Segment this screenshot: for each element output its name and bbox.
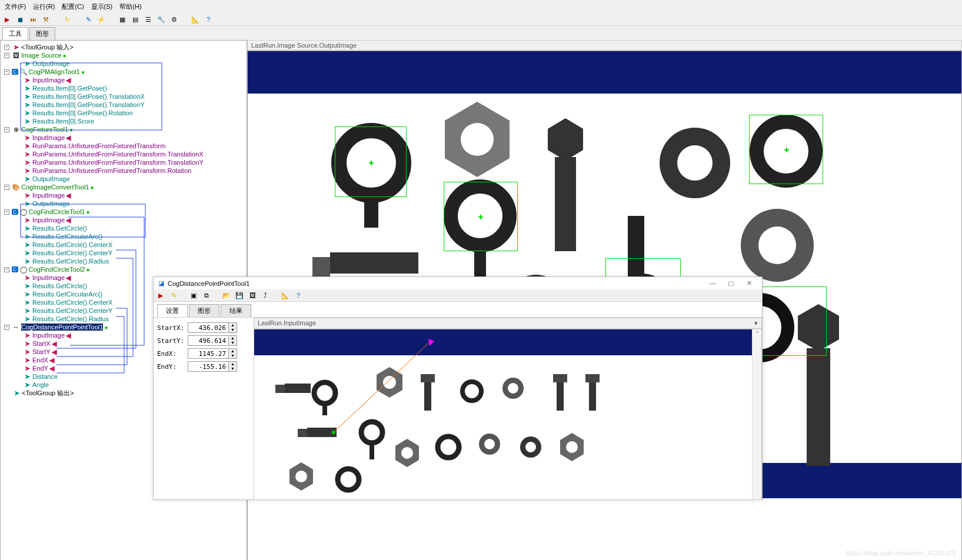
edit-icon[interactable]: ✎ <box>169 291 178 300</box>
endy-input[interactable] <box>188 362 228 371</box>
wand-icon[interactable]: ✎ <box>84 15 93 24</box>
tree-getcircle-r[interactable]: Results.GetCircle().Radius <box>32 258 109 265</box>
tree-starty[interactable]: StartY <box>32 348 51 355</box>
help-icon[interactable]: ? <box>294 291 303 300</box>
copy-icon[interactable]: ⧉ <box>202 291 211 300</box>
scroll-up-icon[interactable]: ˄ <box>754 331 760 338</box>
tree-getcircle-cy[interactable]: Results.GetCircle().CenterY <box>32 249 112 256</box>
ruler-icon[interactable]: 📐 <box>281 291 290 300</box>
tree-getcircle-cy[interactable]: Results.GetCircle().CenterY <box>32 307 112 314</box>
starty-input[interactable] <box>188 336 228 345</box>
tab-shapes[interactable]: 图形 <box>29 27 55 40</box>
spin-up-icon[interactable]: ▲ <box>229 349 237 354</box>
ruler-icon[interactable]: 📐 <box>191 15 200 24</box>
help-icon[interactable]: ? <box>204 15 213 24</box>
close-button[interactable]: ✕ <box>741 279 757 287</box>
tree-getcircle[interactable]: Results.GetCircle() <box>32 225 87 232</box>
tree-startx[interactable]: StartX <box>32 340 51 347</box>
menu-help[interactable]: 帮助(H) <box>117 1 144 12</box>
spin-down-icon[interactable]: ▼ <box>229 366 237 371</box>
tool-icon[interactable]: ⚒ <box>41 15 51 24</box>
spin-up-icon[interactable]: ▲ <box>229 323 237 328</box>
stop-icon[interactable]: ◼ <box>15 15 25 24</box>
tree-output-image[interactable]: OutputImage <box>32 175 70 182</box>
expander-icon[interactable]: − <box>4 267 9 272</box>
tree-input-image[interactable]: InputImage <box>32 216 65 224</box>
tree-getpose[interactable]: Results.Item[0].GetPose() <box>32 85 107 92</box>
tree-getpose-rot[interactable]: Results.Item[0].GetPose().Rotation <box>32 109 133 116</box>
image-icon[interactable]: 🖼 <box>248 291 257 300</box>
spin-down-icon[interactable]: ▼ <box>229 328 237 332</box>
wrench-icon[interactable]: 🔧 <box>157 15 166 24</box>
tree-image-source[interactable]: Image Source <box>21 52 61 59</box>
expander-icon[interactable]: − <box>4 45 9 50</box>
grid-icon[interactable]: ▤ <box>131 15 140 24</box>
spin-down-icon[interactable]: ▼ <box>229 354 237 358</box>
minimize-button[interactable]: — <box>704 279 721 286</box>
spin-down-icon[interactable]: ▼ <box>229 341 237 345</box>
menu-file[interactable]: 文件(F) <box>2 1 28 12</box>
tab-results[interactable]: 结果 <box>221 304 251 317</box>
tree-angle[interactable]: Angle <box>32 381 49 388</box>
tab-settings[interactable]: 设置 <box>157 304 188 317</box>
expander-icon[interactable]: − <box>4 209 9 215</box>
tree-endy[interactable]: EndY <box>32 365 48 372</box>
tree-getpose-tx[interactable]: Results.Item[0].GetPose().TranslationX <box>32 93 145 100</box>
startx-input[interactable] <box>188 323 228 332</box>
endx-input[interactable] <box>188 349 228 358</box>
tab-shapes[interactable]: 图形 <box>189 304 219 317</box>
tree-score[interactable]: Results.Item[0].Score <box>32 118 94 125</box>
expander-icon[interactable]: − <box>4 185 9 190</box>
window-icon[interactable]: ▣ <box>189 291 198 300</box>
open-icon[interactable]: 📂 <box>222 291 231 300</box>
flash-icon[interactable]: ⚡ <box>96 15 106 24</box>
tree-toolgroup-out[interactable]: <ToolGroup 输出> <box>22 389 74 398</box>
tree-getcirculararc[interactable]: Results.GetCircularArc() <box>32 233 102 240</box>
tree-fixture[interactable]: CogFixtureTool1 <box>21 126 68 133</box>
spin-up-icon[interactable]: ▲ <box>229 336 237 341</box>
tree-toolgroup-in[interactable]: <ToolGroup 输入> <box>21 43 74 52</box>
tree-convert[interactable]: CogImageConvertTool1 <box>21 184 89 191</box>
expander-icon[interactable]: − <box>4 325 9 330</box>
tree-pmalign[interactable]: CogPMAlignTool1 <box>29 68 80 75</box>
expander-icon[interactable]: − <box>4 53 9 58</box>
sub-window-titlebar[interactable]: ◪ CogDistancePointPointTool1 — ▢ ✕ <box>154 277 762 289</box>
tree-getpose-ty[interactable]: Results.Item[0].GetPose().TranslationY <box>32 101 145 108</box>
list-icon[interactable]: ☰ <box>144 15 153 24</box>
save-icon[interactable]: 💾 <box>235 291 244 300</box>
tree-input-image[interactable]: InputImage <box>32 76 65 84</box>
tree-runparams-ty[interactable]: RunParams.UnfixturedFromFixturedTransfor… <box>32 159 204 166</box>
tree-findcircle1[interactable]: CogFindCircleTool1 <box>29 208 85 215</box>
form-icon[interactable]: ▦ <box>118 15 127 24</box>
tree-getcircle-cx[interactable]: Results.GetCircle().CenterX <box>32 299 112 306</box>
tree-runparams-rot[interactable]: RunParams.UnfixturedFromFixturedTransfor… <box>32 167 191 174</box>
menu-config[interactable]: 配置(C) <box>59 1 86 12</box>
tree-output-image[interactable]: OutputImage <box>32 200 70 207</box>
tree-distance[interactable]: Distance <box>32 373 58 380</box>
run-icon[interactable]: ▶ <box>2 15 12 24</box>
tree-input-image[interactable]: InputImage <box>32 192 65 199</box>
tree-getcircle[interactable]: Results.GetCircle() <box>32 282 87 289</box>
step-icon[interactable]: ⏭ <box>28 15 38 24</box>
maximize-button[interactable]: ▢ <box>723 279 739 287</box>
tree-getcircle-r[interactable]: Results.GetCircle().Radius <box>32 315 109 322</box>
tree-getcirculararc[interactable]: Results.GetCircularArc() <box>32 291 102 298</box>
menu-run[interactable]: 运行(R) <box>31 1 57 12</box>
tree-output-image[interactable]: OutputImage <box>32 60 70 67</box>
spin-up-icon[interactable]: ▲ <box>229 362 237 366</box>
sub-image-area[interactable]: ˄ <box>254 329 762 500</box>
tab-tools[interactable]: 工具 <box>2 27 28 40</box>
tree-input-image[interactable]: InputImage <box>32 134 65 141</box>
run-icon[interactable]: ▶ <box>156 291 165 300</box>
tree-runparams[interactable]: RunParams.UnfixturedFromFixturedTransfor… <box>32 142 165 149</box>
tree-distance-tool[interactable]: CogDistancePointPointTool1 <box>21 324 103 331</box>
tree-input-image[interactable]: InputImage <box>32 274 65 281</box>
dropdown-icon[interactable]: ▾ <box>754 319 758 327</box>
expander-icon[interactable]: − <box>4 69 9 75</box>
gear-icon[interactable]: ⚙ <box>169 15 179 24</box>
refresh-icon[interactable]: ↻ <box>62 15 72 24</box>
tree-endx[interactable]: EndX <box>32 356 48 364</box>
expander-icon[interactable]: − <box>4 127 9 132</box>
menu-show[interactable]: 显示(S) <box>89 1 115 12</box>
tree-getcircle-cx[interactable]: Results.GetCircle().CenterX <box>32 241 112 248</box>
